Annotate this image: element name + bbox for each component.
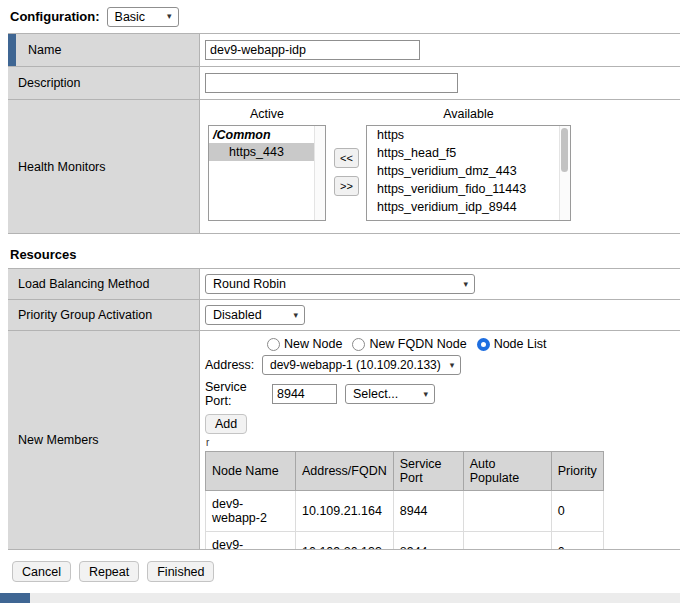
radio-icon[interactable] — [352, 338, 365, 351]
configuration-select[interactable]: Basic ▾ — [107, 7, 179, 27]
address-select[interactable]: dev9-webapp-1 (10.109.20.133) ▾ — [262, 355, 461, 375]
name-label: Name — [28, 43, 61, 57]
service-port-select[interactable]: Select... ▾ — [345, 384, 435, 404]
health-monitors-label-cell: Health Monitors — [8, 100, 200, 233]
members-table-header-row: Node Name Address/FQDN Service Port Auto… — [206, 452, 604, 491]
service-port-select-value: Select... — [353, 387, 398, 401]
scrollbar[interactable] — [314, 126, 325, 220]
load-balancing-value-cell: Round Robin ▾ — [200, 269, 680, 299]
cell-service-port: 8944 — [393, 491, 463, 532]
table-row[interactable]: dev9-webapp-2 10.109.21.164 8944 0 — [206, 491, 604, 532]
configuration-label: Configuration: — [10, 9, 100, 24]
table-row[interactable]: dev9-webapp-1 10.109.20.133 8944 0 — [206, 532, 604, 550]
column-header-priority[interactable]: Priority — [551, 452, 603, 491]
cell-priority: 0 — [551, 532, 603, 550]
radio-option-new-fqdn-node[interactable]: New FQDN Node — [352, 337, 466, 351]
name-input[interactable] — [205, 40, 420, 60]
priority-group-select[interactable]: Disabled ▾ — [205, 305, 305, 325]
available-monitor-item[interactable]: https_veridium_idp_8944 — [367, 198, 570, 216]
cell-auto-populate — [463, 491, 551, 532]
cancel-button[interactable]: Cancel — [12, 561, 71, 582]
move-to-available-button[interactable]: >> — [334, 176, 359, 196]
monitor-partition-group: /Common — [209, 126, 325, 143]
load-balancing-label-cell: Load Balancing Method — [8, 269, 200, 299]
name-label-cell: Name — [8, 34, 200, 66]
column-header-address-fqdn[interactable]: Address/FQDN — [296, 452, 394, 491]
active-monitors-column: Active /Common https_443 — [208, 107, 326, 221]
radio-option-node-list[interactable]: Node List — [477, 337, 547, 351]
radio-label-new-fqdn-node: New FQDN Node — [369, 337, 466, 351]
chevron-down-icon: ▾ — [293, 311, 298, 320]
pool-configuration-page: Configuration: Basic ▾ Name Description — [0, 0, 680, 582]
address-line: Address: dev9-webapp-1 (10.109.20.133) ▾ — [205, 355, 461, 375]
column-header-node-name[interactable]: Node Name — [206, 452, 296, 491]
health-monitors-row: Health Monitors Active /Common https_443… — [8, 100, 680, 234]
finished-button[interactable]: Finished — [147, 561, 214, 582]
priority-group-label-cell: Priority Group Activation — [8, 300, 200, 330]
radio-icon[interactable] — [267, 338, 280, 351]
service-port-label: Service Port: — [205, 380, 272, 408]
move-to-active-button[interactable]: << — [334, 148, 359, 168]
active-monitors-listbox[interactable]: /Common https_443 — [208, 125, 326, 221]
available-monitor-item[interactable]: https_head_f5 — [367, 144, 570, 162]
available-monitor-item[interactable]: https_veridium_dmz_443 — [367, 162, 570, 180]
available-monitor-item[interactable]: https — [367, 126, 570, 144]
description-value-cell — [200, 67, 680, 99]
available-monitor-item[interactable]: https_veridium_fido_11443 — [367, 180, 570, 198]
cell-node-name[interactable]: dev9-webapp-1 — [206, 532, 296, 550]
description-label: Description — [18, 76, 81, 90]
cell-node-name[interactable]: dev9-webapp-2 — [206, 491, 296, 532]
load-balancing-select-value: Round Robin — [213, 277, 286, 291]
description-row: Description — [8, 67, 680, 100]
new-members-label-cell: New Members — [8, 331, 200, 549]
resources-table: Load Balancing Method Round Robin ▾ Prio… — [8, 268, 680, 550]
available-header: Available — [443, 107, 494, 121]
description-input[interactable] — [205, 73, 458, 93]
priority-group-select-value: Disabled — [213, 308, 262, 322]
priority-group-label: Priority Group Activation — [18, 308, 152, 322]
form-action-buttons: Cancel Repeat Finished — [12, 561, 680, 582]
address-select-value: dev9-webapp-1 (10.109.20.133) — [270, 358, 441, 372]
name-row: Name — [8, 34, 680, 67]
configuration-select-value: Basic — [115, 10, 146, 24]
load-balancing-row: Load Balancing Method Round Robin ▾ — [8, 269, 680, 300]
scrollbar[interactable] — [559, 126, 570, 220]
name-value-cell — [200, 34, 680, 66]
service-port-input[interactable] — [272, 384, 337, 404]
general-properties-table: Name Description Health Monitors Active — [8, 33, 680, 234]
priority-group-row: Priority Group Activation Disabled ▾ — [8, 300, 680, 331]
chevron-down-icon: ▾ — [167, 12, 172, 21]
description-label-cell: Description — [8, 67, 200, 99]
add-button[interactable]: Add — [205, 414, 247, 434]
load-balancing-label: Load Balancing Method — [18, 277, 149, 291]
health-monitors-value-cell: Active /Common https_443 << >> Available… — [200, 100, 680, 233]
bottom-blue-bar — [0, 593, 30, 603]
radio-checked-icon[interactable] — [477, 338, 490, 351]
available-monitors-column: Available https https_head_f5 https_veri… — [366, 107, 571, 221]
priority-group-value-cell: Disabled ▾ — [200, 300, 680, 330]
address-label: Address: — [205, 358, 262, 372]
cell-priority: 0 — [551, 491, 603, 532]
radio-option-new-node[interactable]: New Node — [267, 337, 342, 351]
bottom-strip — [0, 593, 680, 603]
scrollbar-thumb[interactable] — [561, 128, 568, 172]
new-members-value-cell: New Node New FQDN Node Node List Address… — [200, 331, 680, 549]
health-monitors-label: Health Monitors — [18, 160, 106, 174]
new-members-label: New Members — [18, 433, 99, 447]
load-balancing-select[interactable]: Round Robin ▾ — [205, 274, 475, 294]
active-monitor-item[interactable]: https_443 — [209, 143, 325, 161]
service-port-line: Service Port: Select... ▾ — [205, 380, 435, 408]
configuration-bar: Configuration: Basic ▾ — [0, 0, 680, 33]
radio-label-new-node: New Node — [284, 337, 342, 351]
cell-address: 10.109.21.164 — [296, 491, 394, 532]
members-table: Node Name Address/FQDN Service Port Auto… — [205, 451, 604, 549]
monitor-move-buttons: << >> — [334, 148, 359, 196]
available-monitors-listbox[interactable]: https https_head_f5 https_veridium_dmz_4… — [366, 125, 571, 221]
radio-label-node-list: Node List — [494, 337, 547, 351]
chevron-down-icon: ▾ — [463, 280, 468, 289]
column-header-auto-populate[interactable]: Auto Populate — [463, 452, 551, 491]
new-members-row: New Members New Node New FQDN Node Node … — [8, 331, 680, 550]
stray-text: r — [206, 437, 209, 448]
column-header-service-port[interactable]: Service Port — [393, 452, 463, 491]
repeat-button[interactable]: Repeat — [79, 561, 139, 582]
